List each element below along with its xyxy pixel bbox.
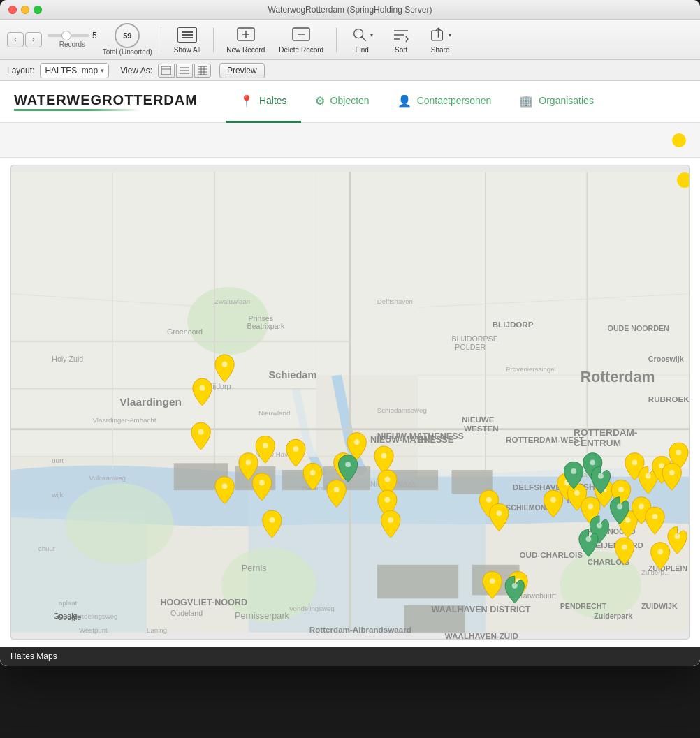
- svg-text:Pernisserpark: Pernisserpark: [235, 611, 289, 621]
- logo-underline: [14, 109, 140, 111]
- svg-text:uurt: uurt: [52, 457, 64, 464]
- svg-rect-50: [452, 470, 493, 494]
- svg-point-140: [574, 490, 580, 496]
- objecten-label: Objecten: [330, 95, 370, 106]
- svg-text:Prinses: Prinses: [248, 314, 273, 323]
- layout-label: Layout:: [7, 66, 34, 75]
- svg-point-124: [270, 517, 275, 523]
- svg-text:Crooswijk: Crooswijk: [648, 355, 684, 363]
- svg-point-117: [222, 362, 228, 367]
- svg-rect-0: [182, 31, 193, 33]
- close-button[interactable]: [8, 6, 17, 14]
- svg-point-118: [200, 385, 205, 391]
- sort-button[interactable]: Sort: [384, 24, 418, 55]
- svg-rect-20: [198, 66, 207, 75]
- share-icon: ▾: [429, 25, 451, 45]
- delete-record-label: Delete Record: [279, 46, 323, 54]
- view-as-label: View As:: [120, 66, 152, 75]
- next-record-button[interactable]: ›: [25, 32, 42, 47]
- slider-track[interactable]: [48, 34, 89, 37]
- svg-point-152: [622, 545, 627, 550]
- svg-point-161: [586, 536, 592, 542]
- corner-yellow-dot: [677, 172, 690, 188]
- svg-text:Beatrixpark: Beatrixpark: [247, 322, 286, 330]
- svg-text:nplaat: nplaat: [59, 599, 78, 607]
- logo-text: WATERWEGROTTERDAM: [14, 92, 198, 108]
- haltes-label: Haltes: [259, 95, 287, 106]
- form-view-button[interactable]: [158, 64, 175, 78]
- table-view-button[interactable]: [194, 64, 211, 78]
- svg-point-132: [384, 497, 390, 503]
- svg-point-153: [657, 549, 663, 554]
- layout-bar: Layout: HALTES_map ▾ View As: Preview: [0, 60, 700, 81]
- svg-text:Schiedamseweg: Schiedamseweg: [377, 406, 427, 414]
- svg-point-159: [617, 504, 622, 510]
- svg-text:Google: Google: [57, 613, 81, 621]
- organisaties-label: Organisaties: [539, 95, 594, 106]
- svg-text:RUBROEK: RUBROEK: [648, 394, 689, 404]
- svg-point-125: [293, 446, 299, 452]
- svg-text:Pernis: Pernis: [242, 563, 267, 573]
- tab-objecten[interactable]: ⚙ Objecten: [301, 81, 384, 123]
- preview-button[interactable]: Preview: [219, 63, 265, 78]
- svg-text:Zuiderp...: Zuiderp...: [641, 568, 670, 576]
- fullscreen-button[interactable]: [34, 6, 42, 14]
- svg-text:Rotterdam-Albrandswaard: Rotterdam-Albrandswaard: [309, 625, 411, 634]
- svg-text:Groenoord: Groenoord: [167, 327, 203, 336]
- toolbar-sep-1: [161, 27, 161, 52]
- svg-text:ZUIDWIJK: ZUIDWIJK: [641, 602, 678, 610]
- list-view-button[interactable]: [176, 64, 193, 78]
- svg-point-149: [625, 517, 631, 523]
- logo-waterweg: WATERWEG: [14, 92, 102, 108]
- slider-thumb[interactable]: [61, 31, 71, 40]
- svg-text:PENDRECHT: PENDRECHT: [560, 602, 607, 610]
- minimize-button[interactable]: [21, 6, 29, 14]
- toolbar: ‹ › 5 Records 59 Total (Unsorted): [0, 20, 700, 60]
- current-record-number: 5: [92, 31, 97, 40]
- svg-point-133: [388, 517, 393, 523]
- tab-haltes[interactable]: 📍 Haltes: [226, 81, 301, 123]
- svg-text:Vlaardinger-Ambacht: Vlaardinger-Ambacht: [92, 416, 156, 424]
- window-title: WaterwegRotterdam (SpringHolding Server): [268, 5, 432, 15]
- total-circle: 59: [115, 23, 140, 48]
- svg-point-143: [618, 487, 624, 492]
- logo: WATERWEGROTTERDAM: [14, 92, 198, 111]
- svg-point-144: [632, 459, 638, 465]
- find-button[interactable]: ▾ Find: [345, 24, 379, 55]
- delete-record-button[interactable]: Delete Record: [275, 24, 328, 55]
- svg-text:chuur: chuur: [38, 545, 56, 552]
- objecten-icon: ⚙: [315, 94, 325, 108]
- svg-text:BLIJDORP: BLIJDORP: [493, 320, 534, 329]
- tab-contactpersonen[interactable]: 👤 Contactpersonen: [384, 81, 506, 123]
- share-button[interactable]: ▾ Share: [423, 24, 457, 55]
- svg-point-30: [66, 483, 174, 564]
- svg-text:Delftshaven: Delftshaven: [377, 297, 413, 305]
- svg-point-131: [384, 477, 390, 482]
- svg-text:Zwaluwlaan: Zwaluwlaan: [214, 297, 250, 305]
- map-container[interactable]: Vlaardingen Schiedam Rotterdam Holy Zuid…: [10, 165, 690, 640]
- svg-rect-1: [182, 34, 193, 36]
- svg-point-138: [550, 497, 556, 503]
- layout-select[interactable]: HALTES_map ▾: [40, 63, 109, 78]
- svg-text:HOOGVLIET-NOORD: HOOGVLIET-NOORD: [160, 598, 247, 607]
- svg-point-127: [334, 487, 340, 492]
- layout-dropdown-arrow: ▾: [101, 67, 104, 74]
- svg-point-136: [490, 578, 495, 584]
- svg-rect-2: [182, 37, 193, 38]
- sort-label: Sort: [395, 46, 407, 54]
- svg-text:POLDER: POLDER: [455, 343, 486, 351]
- svg-text:wijk: wijk: [51, 491, 63, 499]
- total-counter: 59 Total (Unsorted): [103, 23, 152, 56]
- svg-point-148: [669, 470, 675, 475]
- find-label: Find: [355, 46, 368, 54]
- svg-point-122: [263, 443, 268, 448]
- svg-point-156: [571, 468, 576, 474]
- tab-organisaties[interactable]: 🏢 Organisaties: [505, 81, 608, 123]
- toolbar-sep-3: [336, 27, 337, 52]
- new-record-button[interactable]: New Record: [222, 24, 269, 55]
- show-all-button[interactable]: Show All: [170, 24, 205, 55]
- svg-point-155: [345, 462, 351, 467]
- prev-record-button[interactable]: ‹: [7, 32, 24, 47]
- svg-text:Vondelingsweg: Vondelingsweg: [289, 605, 335, 612]
- svg-text:BLIJDORPSE: BLIJDORPSE: [451, 334, 497, 343]
